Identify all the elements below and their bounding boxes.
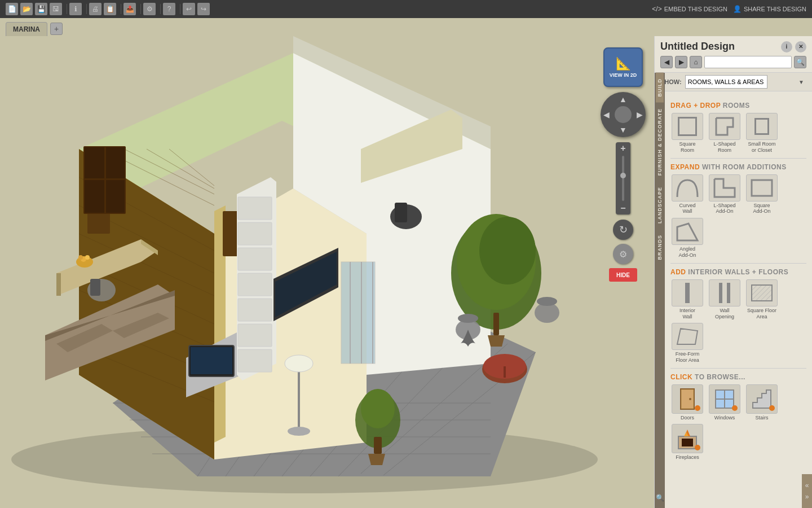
side-tab-landscape[interactable]: LANDSCAPE (656, 181, 664, 229)
zoom-control: + − (616, 142, 630, 214)
save-icon[interactable]: 💾 (35, 3, 47, 15)
show-dropdown[interactable]: ROOMS, WALLS & AREAS FURNITURE ALL (685, 75, 767, 89)
panel-search-button[interactable]: 🔍 (794, 56, 806, 68)
browse-stairs[interactable]: Stairs (745, 384, 779, 421)
send-icon[interactable]: 📤 (123, 3, 136, 15)
rotate-button[interactable]: ↻ (613, 220, 633, 240)
square-addon-icon (749, 178, 774, 198)
interior-wall-icon (675, 281, 700, 305)
square-shape-icon (678, 117, 697, 136)
add-tab-button[interactable]: + (50, 23, 63, 35)
side-tab-search-icon[interactable]: 🔍 (655, 493, 664, 502)
side-tab-brands[interactable]: BRANDS (656, 229, 664, 266)
wall-opening-icon (712, 281, 737, 305)
nav-right[interactable]: ▶ (637, 110, 643, 119)
room-small[interactable]: Small Roomor Closet (745, 113, 779, 154)
interior-walls-grid: InteriorWall WallOpening (670, 279, 806, 364)
addon-square[interactable]: SquareAdd-On (745, 174, 779, 215)
square-floor-area[interactable]: Square FloorArea (745, 279, 779, 320)
tab-marina[interactable]: MARINA (6, 22, 47, 36)
embed-button[interactable]: </> EMBED THIS DESIGN (652, 5, 727, 13)
nav-up[interactable]: ▲ (619, 95, 627, 104)
canvas-area[interactable]: 📐 VIEW IN 2D ▲ ▼ ◀ ▶ + − ↻ (0, 36, 654, 508)
svg-rect-38 (361, 262, 362, 364)
freeform-floor-label: Free-FormFloor Area (676, 351, 700, 364)
addon-curved-wall[interactable]: CurvedWall (670, 174, 704, 215)
room-l-shaped[interactable]: L-ShapedRoom (708, 113, 742, 154)
panel-forward-button[interactable]: ▶ (675, 56, 687, 68)
wall-opening[interactable]: WallOpening (708, 279, 742, 320)
browse-doors[interactable]: Doors (670, 384, 704, 421)
nav-left[interactable]: ◀ (603, 110, 610, 119)
share-button[interactable]: 👤 SHARE THIS DESIGN (733, 5, 806, 13)
windows-indicator (732, 405, 738, 411)
addon-l-shaped[interactable]: L-ShapedAdd-On (708, 174, 742, 215)
interior-wall[interactable]: InteriorWall (670, 279, 704, 320)
svg-rect-39 (372, 262, 373, 364)
sep3 (121, 4, 121, 14)
svg-rect-41 (85, 147, 104, 178)
floorplan-canvas[interactable] (0, 36, 654, 508)
undo-icon[interactable]: ↩ (183, 3, 195, 15)
direction-control[interactable]: ▲ ▼ ◀ ▶ (601, 92, 646, 137)
svg-rect-68 (238, 349, 272, 372)
browse-fireplaces[interactable]: Fireplaces (670, 424, 704, 460)
wall-opening-label: WallOpening (715, 308, 734, 320)
divider-3 (670, 368, 806, 369)
svg-rect-42 (106, 147, 125, 178)
svg-marker-89 (368, 454, 385, 465)
svg-rect-85 (504, 366, 506, 378)
svg-marker-100 (677, 329, 698, 344)
right-panel: Untitled Design i ✕ ◀ ▶ ⌂ 🔍 SHOW: ROOMS,… (654, 36, 812, 508)
section-drag-drop-heading: DRAG + DROP ROOMS (670, 102, 806, 110)
collapse-up-button[interactable]: « (802, 480, 812, 491)
panel-home-button[interactable]: ⌂ (690, 56, 702, 68)
svg-point-82 (537, 297, 557, 306)
info-icon[interactable]: ℹ (69, 3, 82, 15)
zoom-in-button[interactable]: + (616, 142, 630, 155)
expand-additions-grid: CurvedWall L-ShapedAdd-On (670, 174, 806, 259)
freeform-floor-area[interactable]: Free-FormFloor Area (670, 323, 704, 364)
section-browse-heading: CLICK TO BROWSE... (670, 373, 806, 381)
settings-button[interactable]: ⚙ (613, 244, 633, 264)
room-square[interactable]: SquareRoom (670, 113, 704, 154)
panel-search-input[interactable] (704, 56, 792, 68)
side-tabs: BUILD FURNISH & DECORATE LANDSCAPE BRAND… (655, 73, 665, 508)
side-tab-build[interactable]: BUILD (656, 73, 664, 103)
section-interior-heading: ADD INTERIOR WALLS + FLOORS (670, 268, 806, 276)
redo-icon[interactable]: ↪ (197, 3, 210, 15)
new-file-icon[interactable]: 📄 (6, 3, 18, 15)
addon-angled-label: AngledAdd-On (678, 246, 696, 259)
svg-rect-37 (350, 262, 351, 364)
side-tab-furnish[interactable]: FURNISH & DECORATE (656, 103, 664, 181)
print-icon[interactable]: 🖨 (89, 3, 102, 15)
panel-back-button[interactable]: ◀ (660, 56, 673, 68)
room-l-shaped-label: L-ShapedRoom (713, 141, 735, 154)
settings-icon[interactable]: ⚙ (143, 3, 156, 15)
hide-button[interactable]: HIDE (609, 268, 637, 282)
zoom-track[interactable] (622, 156, 624, 201)
browse-windows-label: Windows (714, 415, 735, 421)
info-panel-button[interactable]: i (781, 41, 792, 52)
svg-rect-93 (752, 180, 772, 196)
collapse-down-button[interactable]: » (802, 492, 812, 502)
l-shaped-addon-icon (712, 177, 737, 199)
close-panel-button[interactable]: ✕ (795, 41, 806, 52)
zoom-out-button[interactable]: − (616, 202, 630, 214)
save-as-icon[interactable]: 🖫 (50, 3, 62, 15)
room-l-shaped-thumb (709, 113, 740, 140)
browse-windows[interactable]: Windows (708, 384, 742, 421)
help-icon[interactable]: ? (163, 3, 175, 15)
fireplaces-thumb (672, 424, 703, 453)
view-2d-button[interactable]: 📐 VIEW IN 2D (603, 47, 643, 87)
addon-square-label: SquareAdd-On (753, 203, 770, 215)
svg-rect-43 (85, 180, 104, 213)
freeform-floor-thumb (672, 323, 703, 350)
nav-down[interactable]: ▼ (619, 125, 627, 134)
svg-rect-77 (493, 313, 499, 335)
addon-angled[interactable]: AngledAdd-On (670, 218, 704, 259)
zoom-thumb[interactable] (620, 173, 626, 178)
open-icon[interactable]: 📂 (20, 3, 33, 15)
svg-rect-98 (752, 285, 772, 301)
export-icon[interactable]: 📋 (104, 3, 116, 15)
